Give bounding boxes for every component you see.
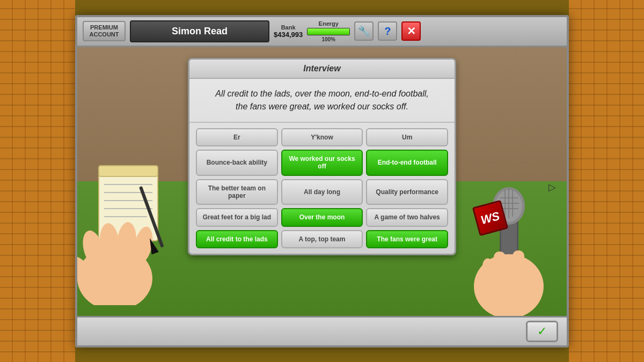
phrase-button-1[interactable]: Y'know <box>281 128 363 146</box>
energy-bar <box>307 28 350 35</box>
energy-bar-fill <box>308 28 349 35</box>
right-brick-column <box>569 0 644 362</box>
title-bar: PREMIUM ACCOUNT Simon Read Bank $434,993… <box>77 17 567 47</box>
phrase-button-12[interactable]: All credit to the lads <box>196 230 278 248</box>
phrase-button-6[interactable]: The better team on paper <box>196 179 278 205</box>
svg-rect-1 <box>99 166 158 176</box>
phrase-button-3[interactable]: Bounce-back ability <box>196 150 278 176</box>
wrench-button[interactable]: 🔧 <box>354 21 374 41</box>
svg-rect-28 <box>494 268 526 294</box>
phrase-button-9[interactable]: Great feet for a big lad <box>196 208 278 226</box>
phrase-button-11[interactable]: A game of two halves <box>366 208 448 226</box>
energy-display: Energy 100% <box>307 20 350 42</box>
main-window: PREMIUM ACCOUNT Simon Read Bank $434,993… <box>75 15 569 348</box>
hand-left-svg <box>77 155 190 305</box>
phrase-buttons-grid: ErY'knowUmBounce-back abilityWe worked o… <box>189 123 455 254</box>
phrase-button-10[interactable]: Over the moon <box>281 208 363 226</box>
wrench-icon: 🔧 <box>358 25 370 37</box>
phrase-button-8[interactable]: Quality performance <box>366 179 448 205</box>
content-area: WS Interview All credit to the lads, ove… <box>77 47 567 316</box>
phrase-button-7[interactable]: All day long <box>281 179 363 205</box>
phrase-button-4[interactable]: We worked our socks off <box>281 150 363 176</box>
bank-display: Bank $434,993 <box>274 24 303 39</box>
outer-background: PREMIUM ACCOUNT Simon Read Bank $434,993… <box>0 0 644 362</box>
hand-left-notepad <box>77 155 190 305</box>
close-icon: ✕ <box>407 25 416 38</box>
interview-quote: All credit to the lads, over the moon, e… <box>189 79 455 123</box>
left-brick-column <box>0 0 75 362</box>
phrase-button-14[interactable]: The fans were great <box>366 230 448 248</box>
interview-panel: Interview All credit to the lads, over t… <box>188 58 456 256</box>
player-name-display: Simon Read <box>130 20 269 42</box>
bottom-bar: ✓ <box>77 316 567 345</box>
phrase-button-5[interactable]: End-to-end football <box>366 150 448 176</box>
confirm-button[interactable]: ✓ <box>526 321 558 342</box>
hand-right-svg <box>454 144 567 316</box>
help-button[interactable]: ? <box>378 21 397 41</box>
interview-title: Interview <box>189 60 455 79</box>
close-button[interactable]: ✕ <box>401 21 421 41</box>
phrase-button-2[interactable]: Um <box>366 128 448 146</box>
phrase-button-0[interactable]: Er <box>196 128 278 146</box>
premium-account-button[interactable]: PREMIUM ACCOUNT <box>83 21 126 41</box>
check-icon: ✓ <box>537 324 547 338</box>
question-icon: ? <box>384 25 391 38</box>
phrase-button-13[interactable]: A top, top team <box>281 230 363 248</box>
hand-right-microphone: WS <box>454 144 567 316</box>
